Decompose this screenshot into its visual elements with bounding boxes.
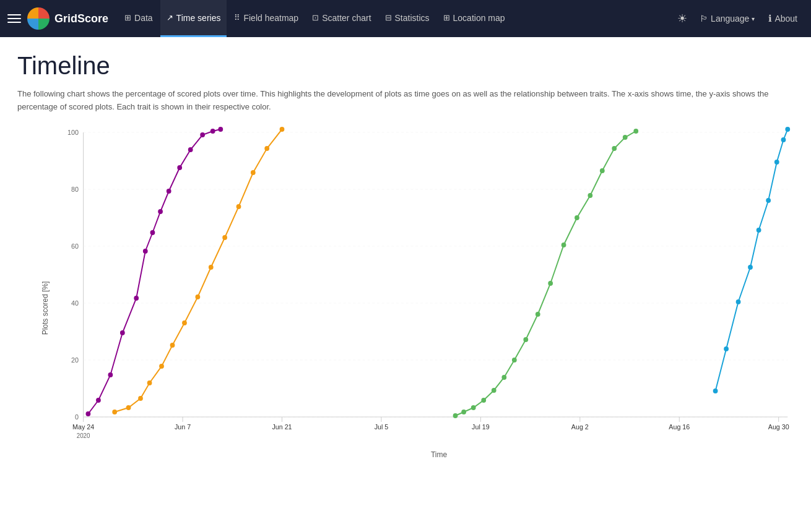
field-heatmap-icon: ⠿ bbox=[234, 13, 240, 22]
svg-text:Jul 5: Jul 5 bbox=[375, 423, 389, 431]
chart-area: Plots scored [%] 0 20 40 60 bbox=[17, 126, 794, 490]
svg-text:Aug 2: Aug 2 bbox=[571, 423, 589, 431]
svg-point-38 bbox=[158, 209, 163, 214]
svg-point-50 bbox=[170, 343, 175, 348]
svg-text:80: 80 bbox=[71, 186, 79, 193]
svg-point-42 bbox=[200, 132, 205, 137]
svg-text:2020: 2020 bbox=[77, 432, 90, 439]
nav-item-data[interactable]: ⊞ Data bbox=[118, 0, 159, 37]
nav-item-field-heatmap[interactable]: ⠿ Field heatmap bbox=[228, 0, 305, 37]
nav-item-location-map[interactable]: ⊞ Location map bbox=[437, 0, 511, 37]
about-button[interactable]: ℹ About bbox=[762, 0, 804, 37]
svg-point-76 bbox=[713, 388, 718, 393]
page-title: Timeline bbox=[17, 52, 794, 80]
svg-point-35 bbox=[134, 296, 139, 301]
svg-point-75 bbox=[633, 129, 638, 134]
nav-item-scatter-chart[interactable]: ⊡ Scatter chart bbox=[306, 0, 377, 37]
svg-point-44 bbox=[218, 127, 223, 132]
location-map-icon: ⊞ bbox=[443, 13, 450, 22]
svg-point-83 bbox=[781, 137, 786, 142]
app-name: GridScore bbox=[54, 12, 108, 25]
svg-point-33 bbox=[108, 372, 113, 377]
svg-point-82 bbox=[774, 160, 779, 165]
series-green bbox=[456, 131, 636, 416]
series-blue bbox=[716, 129, 788, 391]
app-logo bbox=[27, 7, 50, 30]
theme-toggle-button[interactable]: ☀ bbox=[672, 7, 692, 30]
statistics-icon: ⊟ bbox=[385, 13, 392, 22]
svg-point-64 bbox=[501, 375, 506, 380]
svg-point-32 bbox=[96, 398, 101, 403]
language-label: Language bbox=[711, 14, 749, 24]
svg-point-56 bbox=[251, 170, 256, 175]
svg-point-40 bbox=[177, 165, 182, 170]
nav-item-statistics[interactable]: ⊟ Statistics bbox=[379, 0, 436, 37]
svg-point-52 bbox=[195, 294, 200, 299]
svg-point-77 bbox=[724, 346, 729, 351]
svg-text:20: 20 bbox=[71, 356, 79, 364]
svg-point-60 bbox=[461, 410, 466, 414]
about-icon: ℹ bbox=[768, 13, 772, 24]
about-label: About bbox=[774, 14, 797, 24]
time-series-icon: ↗ bbox=[167, 13, 173, 22]
svg-point-84 bbox=[785, 127, 790, 132]
svg-point-74 bbox=[623, 135, 628, 140]
svg-point-36 bbox=[143, 249, 148, 254]
svg-text:100: 100 bbox=[67, 129, 79, 136]
svg-text:Jul 19: Jul 19 bbox=[472, 423, 489, 431]
svg-point-48 bbox=[147, 380, 152, 385]
language-chevron-icon: ▾ bbox=[752, 15, 755, 22]
svg-text:May 24: May 24 bbox=[72, 423, 94, 431]
language-button[interactable]: 🏳 Language ▾ bbox=[693, 0, 761, 37]
nav-field-heatmap-label: Field heatmap bbox=[243, 13, 298, 23]
svg-point-43 bbox=[210, 129, 215, 134]
svg-point-81 bbox=[766, 198, 771, 203]
navbar: GridScore ⊞ Data ↗ Time series ⠿ Field h… bbox=[0, 0, 811, 37]
series-orange bbox=[115, 129, 282, 412]
language-icon: 🏳 bbox=[700, 14, 708, 24]
nav-item-time-series[interactable]: ↗ Time series bbox=[160, 0, 227, 37]
svg-point-68 bbox=[548, 281, 553, 286]
svg-point-53 bbox=[209, 265, 214, 270]
svg-point-70 bbox=[575, 215, 579, 220]
hamburger-button[interactable] bbox=[7, 13, 21, 24]
svg-point-59 bbox=[453, 413, 458, 418]
svg-point-61 bbox=[471, 405, 476, 410]
nav-scatter-chart-label: Scatter chart bbox=[322, 13, 371, 23]
chart-canvas: 0 20 40 60 80 100 May 24 2 bbox=[53, 126, 794, 448]
data-icon: ⊞ bbox=[124, 13, 131, 22]
svg-point-49 bbox=[159, 364, 164, 369]
svg-point-41 bbox=[188, 147, 193, 152]
svg-point-54 bbox=[222, 235, 227, 240]
svg-point-65 bbox=[512, 358, 517, 363]
svg-text:Aug 30: Aug 30 bbox=[768, 423, 789, 431]
svg-point-73 bbox=[612, 146, 617, 151]
chart-svg: 0 20 40 60 80 100 May 24 2 bbox=[53, 126, 794, 448]
svg-point-31 bbox=[86, 411, 91, 416]
nav-data-label: Data bbox=[134, 13, 153, 23]
svg-point-79 bbox=[748, 265, 753, 270]
nav-time-series-label: Time series bbox=[176, 13, 221, 23]
svg-text:0: 0 bbox=[75, 413, 79, 421]
svg-text:40: 40 bbox=[71, 299, 79, 307]
page-description: The following chart shows the percentage… bbox=[17, 87, 794, 114]
svg-point-66 bbox=[523, 337, 528, 342]
svg-text:Jun 7: Jun 7 bbox=[175, 423, 191, 431]
svg-point-46 bbox=[126, 405, 131, 410]
svg-point-47 bbox=[138, 396, 143, 401]
svg-point-71 bbox=[588, 193, 592, 198]
svg-point-37 bbox=[150, 230, 155, 235]
svg-point-78 bbox=[736, 299, 741, 304]
y-axis-label: Plots scored [%] bbox=[41, 281, 50, 335]
series-purple bbox=[88, 129, 220, 414]
nav-location-map-label: Location map bbox=[453, 13, 505, 23]
svg-point-58 bbox=[280, 127, 285, 132]
svg-point-45 bbox=[112, 410, 117, 414]
svg-point-69 bbox=[562, 242, 566, 247]
svg-point-67 bbox=[536, 312, 540, 317]
svg-point-80 bbox=[757, 228, 761, 233]
svg-text:Jun 21: Jun 21 bbox=[272, 423, 292, 431]
svg-text:Aug 16: Aug 16 bbox=[669, 423, 690, 431]
svg-point-63 bbox=[492, 388, 497, 393]
x-axis-label: Time bbox=[53, 450, 794, 459]
